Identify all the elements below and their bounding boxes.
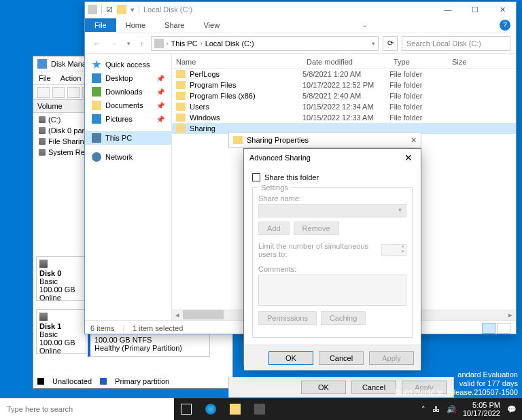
scroll-right-button[interactable]: ▸ xyxy=(505,311,516,319)
nav-quick-access[interactable]: Quick access xyxy=(85,58,171,71)
adv-titlebar[interactable]: Advanced Sharing ✕ xyxy=(244,149,421,167)
dm-disk0-panel[interactable]: Disk 0 Basic 100.00 GB Online xyxy=(36,256,86,301)
share-name-combo xyxy=(258,204,406,217)
pin-icon: 📌 xyxy=(156,102,164,109)
status-selected-count: 1 item selected xyxy=(133,324,183,332)
comments-textarea xyxy=(258,275,406,306)
tray-volume-icon[interactable]: 🔊✕ xyxy=(447,405,456,414)
close-icon[interactable]: ✕ xyxy=(411,136,417,145)
dm-menu-file[interactable]: File xyxy=(39,74,51,82)
remove-button: Remove xyxy=(294,222,339,235)
ribbon-expand-icon[interactable]: ⌄ xyxy=(358,20,372,29)
close-button[interactable]: ✕ xyxy=(489,2,516,17)
file-row[interactable]: Program Files10/17/2022 12:52 PMFile fol… xyxy=(172,80,516,90)
sharing-properties-titlebar[interactable]: Sharing Properties ✕ xyxy=(228,132,421,148)
network-icon xyxy=(92,152,101,162)
search-input[interactable]: Search Local Disk (C:) xyxy=(402,36,510,51)
ribbon-home[interactable]: Home xyxy=(116,18,155,32)
explorer-addressbar: ← → ▾ ↑ › This PC › Local Disk (C:) ▾ ⟳ … xyxy=(85,33,516,54)
ribbon-share[interactable]: Share xyxy=(155,18,194,32)
props-cancel-button[interactable]: Cancel xyxy=(351,381,396,394)
taskbar-search[interactable]: Type here to search xyxy=(0,398,174,420)
nav-this-pc[interactable]: This PC xyxy=(85,131,171,145)
adv-cancel-button[interactable]: Cancel xyxy=(319,351,364,365)
nav-recent-button[interactable]: ▾ xyxy=(124,40,133,47)
comments-label: Comments: xyxy=(258,265,406,273)
nav-desktop[interactable]: Desktop📌 xyxy=(85,71,171,85)
props-ok-button[interactable]: OK xyxy=(301,381,346,394)
nav-pictures[interactable]: Pictures📌 xyxy=(85,112,171,126)
dm-disk1-panel[interactable]: Disk 1 Basic 100.00 GB Online xyxy=(36,309,86,354)
disk-icon xyxy=(37,59,47,69)
drive-icon xyxy=(88,5,97,14)
nav-back-button[interactable]: ← xyxy=(90,39,103,48)
minimize-button[interactable]: — xyxy=(434,2,462,17)
add-button: Add xyxy=(258,222,290,235)
taskbar-explorer[interactable] xyxy=(223,398,247,420)
explorer-ribbon: File Home Share View ⌄ ? xyxy=(85,17,516,33)
limit-label: Limit the number of simultaneous users t… xyxy=(258,242,376,258)
dm-menu-action[interactable]: Action xyxy=(60,74,82,82)
file-row[interactable]: Users10/15/2022 12:34 AMFile folder xyxy=(172,101,516,112)
file-row[interactable]: Program Files (x86)5/8/2021 2:40 AMFile … xyxy=(172,90,516,101)
nav-documents[interactable]: Documents📌 xyxy=(85,99,171,112)
advanced-sharing-dialog: Advanced Sharing ✕ Share this folder Set… xyxy=(243,148,421,366)
caching-button: Caching xyxy=(321,311,366,325)
dm-tool-button[interactable] xyxy=(67,87,80,98)
tray-chevron-icon[interactable]: ˄ xyxy=(421,405,425,414)
tray-clock[interactable]: 5:05 PM 10/17/2022 xyxy=(463,401,500,417)
help-icon[interactable]: ? xyxy=(500,20,510,31)
adv-ok-button[interactable]: OK xyxy=(268,351,313,365)
maximize-button[interactable]: ☐ xyxy=(462,2,489,17)
folder-icon xyxy=(176,81,186,89)
star-icon xyxy=(92,60,101,69)
user-limit-spinner xyxy=(381,244,406,256)
disk-icon xyxy=(39,260,48,268)
dm-fwd-button[interactable] xyxy=(52,87,65,98)
column-headers[interactable]: Name Date modified Type Size xyxy=(172,54,516,69)
qat-button[interactable]: ☑ xyxy=(106,5,113,14)
nav-downloads[interactable]: Downloads📌 xyxy=(85,85,171,99)
folder-icon xyxy=(176,103,186,111)
chevron-down-icon[interactable]: ▾ xyxy=(372,40,375,47)
taskbar: Type here to search ˄ 🖧 🔊✕ 5:05 PM 10/17… xyxy=(0,398,522,420)
view-details-button[interactable] xyxy=(482,323,495,334)
folder-icon xyxy=(176,92,186,100)
nav-network[interactable]: Network xyxy=(85,150,171,164)
folder-icon[interactable] xyxy=(117,5,126,14)
dm-legend: Unallocated Primary partition xyxy=(37,377,169,385)
taskbar-edge[interactable] xyxy=(198,398,223,420)
share-folder-checkbox[interactable]: Share this folder xyxy=(252,173,413,181)
explorer-nav-pane: Quick access Desktop📌 Downloads📌 Documen… xyxy=(85,54,172,320)
close-button[interactable]: ✕ xyxy=(402,152,415,163)
taskbar-server-manager[interactable] xyxy=(247,398,272,420)
view-large-button[interactable] xyxy=(497,323,510,334)
props-title: Sharing Properties xyxy=(247,136,309,144)
tray-notifications-icon[interactable]: 💬 xyxy=(507,405,517,414)
scroll-left-button[interactable]: ◂ xyxy=(172,311,183,319)
checkbox-icon xyxy=(252,173,260,181)
pin-icon: 📌 xyxy=(156,88,164,96)
scroll-thumb[interactable] xyxy=(183,310,224,319)
nav-up-button[interactable]: ↑ xyxy=(137,39,147,48)
ribbon-view[interactable]: View xyxy=(194,18,229,32)
disk-icon xyxy=(39,127,46,134)
explorer-titlebar[interactable]: ☑ ▾ Local Disk (C:) — ☐ ✕ xyxy=(85,2,516,17)
folder-icon xyxy=(176,124,186,133)
settings-group: Settings Share name: Add Remove Limit th… xyxy=(252,187,413,338)
system-tray: ˄ 🖧 🔊✕ 5:05 PM 10/17/2022 💬 xyxy=(416,401,522,417)
breadcrumb[interactable]: › This PC › Local Disk (C:) ▾ xyxy=(151,36,379,51)
folder-icon xyxy=(230,404,241,415)
pin-icon: 📌 xyxy=(156,116,164,123)
tray-network-icon[interactable]: 🖧 xyxy=(432,405,440,413)
ribbon-file[interactable]: File xyxy=(85,18,116,32)
file-row[interactable]: Windows10/15/2022 12:33 AMFile folder xyxy=(172,112,516,123)
share-name-label: Share name: xyxy=(258,194,406,203)
pin-icon: 📌 xyxy=(156,75,164,82)
adv-apply-button: Apply xyxy=(369,351,414,365)
file-row[interactable]: PerfLogs5/8/2021 1:20 AMFile folder xyxy=(172,69,516,80)
refresh-button[interactable]: ⟳ xyxy=(383,36,398,51)
task-view-button[interactable] xyxy=(174,398,198,420)
dm-partition-c[interactable]: 100.00 GB NTFS Healthy (Primary Partitio… xyxy=(88,334,210,357)
dm-back-button[interactable] xyxy=(37,87,50,98)
